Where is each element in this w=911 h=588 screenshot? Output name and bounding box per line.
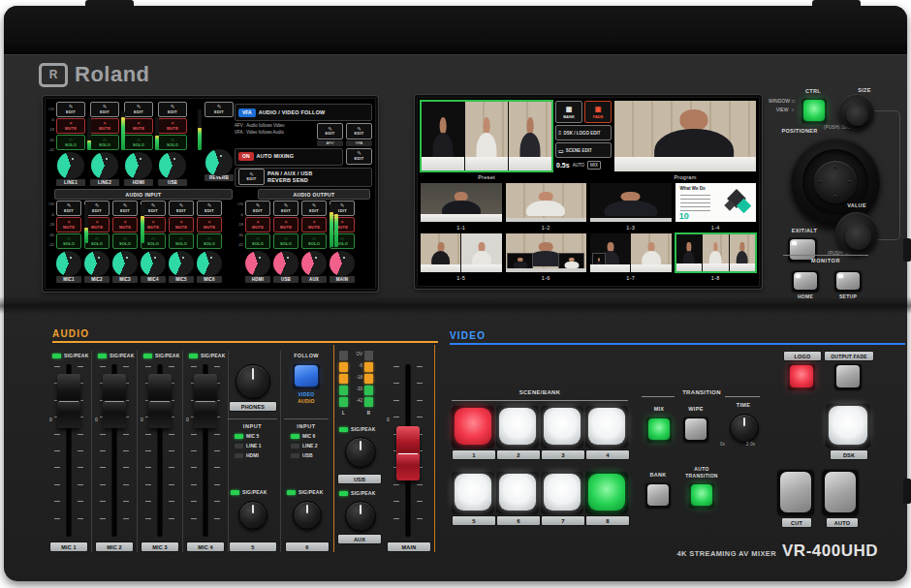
dsk-logo-edit-button[interactable]: ≡DSK / LOGO EDIT: [555, 125, 612, 140]
auto-mixing-edit-button[interactable]: ✎EDIT: [346, 148, 372, 165]
channel6-level-knob[interactable]: [293, 501, 322, 530]
setup-button[interactable]: [834, 270, 862, 292]
value-knob[interactable]: [835, 212, 878, 255]
solo-button[interactable]: ∩SOLO: [90, 135, 119, 150]
phones-knob[interactable]: [236, 364, 270, 399]
audio-video-follow-row[interactable]: VFA AUDIO / VIDEO FOLLOW: [235, 104, 372, 121]
mute-button[interactable]: ×MUTE: [169, 217, 194, 232]
output-fade-button[interactable]: [834, 363, 862, 389]
main-fader-handle[interactable]: [396, 426, 420, 480]
mute-button[interactable]: ×MUTE: [90, 118, 119, 134]
solo-button[interactable]: ∩SOLO: [245, 233, 270, 249]
fader-handle[interactable]: [148, 374, 172, 428]
scene-button-5[interactable]: [452, 471, 494, 513]
afv-edit-button[interactable]: ✎EDIT: [317, 123, 343, 139]
scene-button-7[interactable]: [541, 471, 583, 513]
slide-video[interactable]: What We Do 10: [675, 182, 758, 223]
cut-button[interactable]: [777, 469, 814, 515]
solo-button[interactable]: ∩SOLO: [197, 233, 222, 249]
mute-button[interactable]: ×MUTE: [273, 217, 298, 232]
bank-button[interactable]: ▦BANK: [555, 101, 582, 123]
edit-button[interactable]: ✎EDIT: [90, 102, 119, 117]
mix-mode-chip[interactable]: MIX: [587, 161, 601, 170]
mute-button[interactable]: ×MUTE: [197, 217, 222, 232]
edit-button[interactable]: ✎EDIT: [197, 201, 222, 216]
level-knob[interactable]: [162, 155, 183, 176]
level-knob[interactable]: [304, 254, 324, 273]
usb-level-knob[interactable]: [345, 437, 376, 468]
solo-button[interactable]: ∩SOLO: [124, 135, 153, 150]
mute-button[interactable]: ×MUTE: [56, 217, 81, 232]
input-thumbnail[interactable]: 1-3: [589, 182, 673, 232]
edit-button[interactable]: ✎EDIT: [245, 201, 270, 216]
edit-button[interactable]: ✎EDIT: [169, 201, 194, 216]
edit-button[interactable]: ✎EDIT: [273, 201, 298, 216]
level-knob[interactable]: [248, 254, 267, 273]
input-option[interactable]: HDMI: [228, 452, 277, 458]
mute-button[interactable]: ×MUTE: [158, 118, 187, 134]
mute-button[interactable]: ×MUTE: [124, 118, 153, 134]
solo-button[interactable]: ∩SOLO: [169, 233, 194, 249]
level-knob[interactable]: [276, 254, 296, 273]
edit-button[interactable]: ✎EDIT: [124, 102, 153, 117]
channel5-level-knob[interactable]: [238, 501, 267, 530]
level-knob[interactable]: [59, 254, 79, 273]
scene-button-8[interactable]: [585, 471, 628, 513]
level-knob[interactable]: [143, 254, 163, 273]
dsk-button[interactable]: [826, 403, 870, 448]
edit-button[interactable]: ✎EDIT: [301, 201, 327, 216]
reverb-knob[interactable]: [208, 152, 230, 173]
auto-mixing-toggle[interactable]: ON AUTO MIXING: [235, 148, 343, 166]
preset-cell[interactable]: Preset: [420, 100, 553, 181]
level-knob[interactable]: [115, 254, 135, 273]
solo-button[interactable]: ∩SOLO: [56, 135, 85, 150]
program-cell[interactable]: Program: [613, 100, 757, 181]
input-option[interactable]: MIC 5: [228, 433, 277, 439]
auto-transition-button[interactable]: [689, 482, 714, 508]
follow-button[interactable]: [293, 363, 320, 388]
scene-button-1[interactable]: [452, 405, 494, 448]
side-knob[interactable]: [903, 238, 911, 262]
edit-button[interactable]: ✎EDIT: [56, 102, 85, 117]
ctrl-button[interactable]: [801, 98, 827, 123]
scene-edit-button[interactable]: ▭SCENE EDIT: [555, 142, 612, 158]
level-knob[interactable]: [94, 155, 115, 176]
scene-button-6[interactable]: [496, 471, 539, 513]
side-knob[interactable]: [903, 479, 911, 504]
logo-button[interactable]: [788, 363, 815, 389]
fader-handle[interactable]: [194, 374, 217, 428]
mute-button[interactable]: ×MUTE: [56, 118, 85, 134]
size-knob[interactable]: [838, 94, 874, 130]
positioner-joystick[interactable]: [791, 138, 880, 227]
solo-button[interactable]: ∩SOLO: [112, 233, 138, 249]
level-knob[interactable]: [128, 155, 149, 176]
level-knob[interactable]: [60, 155, 81, 176]
pan-aux-usb-row[interactable]: ✎EDIT PAN / AUX / USBREVERB SEND: [235, 168, 372, 187]
home-button[interactable]: [792, 270, 819, 292]
fader-handle[interactable]: [103, 374, 126, 428]
level-knob[interactable]: [172, 254, 191, 273]
input-thumbnail[interactable]: 1-1: [420, 182, 503, 232]
fader-handle[interactable]: [57, 374, 80, 428]
input-thumbnail[interactable]: 1-7: [589, 232, 673, 282]
input-option[interactable]: LINE 1: [228, 443, 277, 449]
edit-button[interactable]: ✎EDIT: [158, 102, 187, 117]
solo-button[interactable]: ∩SOLO: [273, 233, 298, 249]
scene-button-2[interactable]: [496, 405, 539, 448]
aux-level-knob[interactable]: [345, 501, 376, 532]
input-option[interactable]: MIC 6: [284, 433, 329, 439]
bank-button[interactable]: [645, 482, 671, 508]
input-thumbnail[interactable]: 1-8: [675, 232, 758, 282]
audio-touchscreen[interactable]: OV -6 -18 -30 -42 ✎EDIT ×MUTE ∩SOLO LINE…: [43, 96, 378, 292]
input-option[interactable]: USB: [284, 452, 329, 458]
program-video[interactable]: [613, 100, 757, 172]
input-option[interactable]: LINE 2: [284, 443, 329, 449]
solo-button[interactable]: ∩SOLO: [56, 233, 81, 249]
level-knob[interactable]: [87, 254, 107, 273]
mute-button[interactable]: ×MUTE: [245, 217, 270, 232]
scene-button-4[interactable]: [585, 405, 628, 448]
edit-button[interactable]: ✎EDIT: [112, 201, 138, 216]
time-knob[interactable]: [730, 414, 759, 443]
wipe-button[interactable]: [683, 417, 708, 442]
fade-button[interactable]: ▣FADE: [584, 101, 612, 123]
